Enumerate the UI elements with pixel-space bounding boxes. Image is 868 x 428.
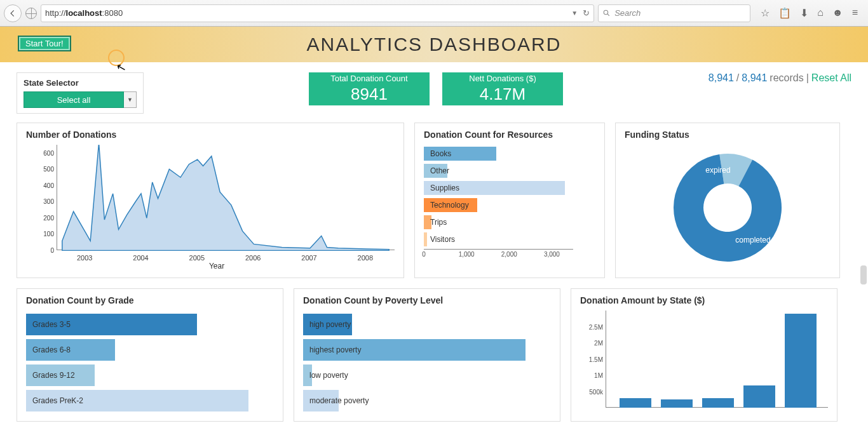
records-filtered: 8,941 — [709, 72, 734, 84]
bar-label: Other — [430, 166, 449, 175]
bar-label: Visitors — [430, 235, 455, 244]
bookmark-icon[interactable]: ☆ — [761, 7, 770, 19]
arrow-left-icon — [8, 9, 17, 18]
bar-label: Technology — [430, 201, 469, 210]
records-total: 8,941 — [742, 72, 767, 84]
panel-title: Number of Donations — [26, 130, 395, 140]
bar-label: high poverty — [309, 320, 351, 329]
state-bar-2[interactable] — [702, 398, 734, 408]
globe-icon — [25, 8, 37, 19]
start-tour-button[interactable]: Start Tour! — [18, 36, 71, 51]
panel-title: Donation Count for Resources — [424, 130, 595, 140]
page-header: Start Tour! ANALYTICS DASHBOARD — [0, 27, 868, 62]
nav-back-button[interactable] — [4, 4, 22, 22]
records-word: records — [770, 72, 803, 84]
bar-label: Grades 6-8 — [32, 345, 71, 354]
kpi-nett-value: 4.17M — [480, 84, 526, 104]
kpi-total-count-label: Total Donation Count — [330, 74, 407, 83]
kpi-nett-donations: Nett Donations ($) 4.17M — [442, 72, 563, 105]
bar-label: moderate poverty — [309, 396, 369, 405]
panel-funding-status: Funding Status expired completed — [615, 123, 840, 278]
url-bar[interactable]: http://localhost:8080 ▼ ↻ — [41, 4, 594, 22]
panel-donation-grade: Donation Count by Grade Grades 3-5Grades… — [17, 288, 283, 422]
state-bar-1[interactable] — [661, 399, 693, 408]
bar-visitors[interactable]: Visitors — [424, 232, 427, 246]
select-all-button[interactable]: Select all — [24, 91, 124, 108]
state-selector-label: State Selector — [24, 78, 137, 88]
bar-label: low poverty — [309, 371, 348, 380]
top-controls-row: State Selector Select all ▼ Total Donati… — [17, 72, 851, 114]
search-placeholder: Search — [614, 8, 641, 18]
bar-technology[interactable]: Technology — [424, 198, 477, 212]
browser-chrome: http://localhost:8080 ▼ ↻ Search ☆ 📋 ⬇ ⌂… — [0, 0, 868, 27]
browser-toolbar: ☆ 📋 ⬇ ⌂ ☻ ≡ — [754, 7, 864, 19]
bar-grades-3-5[interactable]: Grades 3-5 — [26, 314, 197, 335]
bar-label: Grades PreK-2 — [32, 396, 83, 405]
bar-other[interactable]: Other — [424, 164, 447, 178]
bar-label: Books — [430, 149, 451, 158]
bar-label: Supplies — [430, 184, 459, 192]
bar-label: highest poverty — [309, 345, 361, 354]
donut-label-completed: completed — [735, 236, 770, 244]
panel-title: Donation Count by Grade — [26, 295, 274, 305]
x-axis: 01,0002,0003,000 — [424, 249, 573, 260]
bar-label: Grades 3-5 — [32, 320, 71, 329]
kpi-total-count-value: 8941 — [351, 84, 388, 104]
panel-donation-poverty: Donation Count by Poverty Level high pov… — [294, 288, 560, 422]
area-path — [57, 145, 395, 251]
bar-trips[interactable]: Trips — [424, 215, 431, 229]
bar-high-poverty[interactable]: high poverty — [303, 314, 352, 335]
url-text: http://localhost:8080 — [45, 8, 123, 18]
downloads-icon[interactable]: ⬇ — [800, 7, 808, 19]
panel-title: Donation Amount by State ($) — [580, 295, 828, 305]
hbar-chart[interactable]: BooksOtherSuppliesTechnologyTripsVisitor… — [424, 145, 595, 248]
bar-grades-prek-2[interactable]: Grades PreK-2 — [26, 390, 248, 411]
panel-donation-resources: Donation Count for Resources BooksOtherS… — [414, 123, 605, 278]
panel-title: Funding Status — [625, 130, 831, 140]
scroll-indicator — [860, 265, 867, 284]
area-chart[interactable]: 0100200300400500600 20032004200520062007… — [39, 145, 395, 265]
svg-point-0 — [604, 10, 608, 15]
chat-icon[interactable]: ☻ — [832, 7, 843, 19]
reset-all-link[interactable]: Reset All — [811, 72, 851, 84]
bar-grades-6-8[interactable]: Grades 6-8 — [26, 339, 115, 361]
url-dropdown-icon[interactable]: ▼ — [571, 10, 578, 17]
home-icon[interactable]: ⌂ — [817, 7, 824, 19]
bar-label: Grades 9-12 — [32, 371, 75, 380]
menu-icon[interactable]: ≡ — [852, 7, 858, 19]
hbar-chart[interactable]: Grades 3-5Grades 6-8Grades 9-12Grades Pr… — [26, 312, 274, 413]
panel-number-of-donations: Number of Donations 0100200300400500600 … — [17, 123, 404, 278]
kpi-nett-label: Nett Donations ($) — [469, 74, 536, 83]
bar-moderate-poverty[interactable]: moderate poverty — [303, 390, 339, 411]
bar-grades-9-12[interactable]: Grades 9-12 — [26, 364, 95, 386]
bar-supplies[interactable]: Supplies — [424, 181, 565, 195]
search-icon — [602, 9, 611, 17]
hbar-chart[interactable]: high povertyhighest povertylow povertymo… — [303, 312, 551, 413]
bar-label: Trips — [430, 218, 447, 227]
clipboard-icon[interactable]: 📋 — [778, 7, 791, 19]
donut-label-expired: expired — [705, 166, 730, 175]
refresh-icon[interactable]: ↻ — [583, 8, 590, 18]
kpi-total-count: Total Donation Count 8941 — [309, 72, 430, 105]
panel-title: Donation Count by Poverty Level — [303, 295, 551, 305]
vbar-chart[interactable]: 500k1M1.5M2M2.5M — [580, 311, 828, 415]
state-bar-3[interactable] — [743, 385, 775, 408]
browser-search[interactable]: Search — [598, 4, 750, 22]
state-selector-dropdown[interactable]: ▼ — [124, 91, 137, 108]
panel-donation-state: Donation Amount by State ($) 500k1M1.5M2… — [571, 288, 837, 422]
bar-low-poverty[interactable]: low poverty — [303, 364, 312, 386]
y-axis: 0100200300400500600 — [35, 145, 54, 250]
page-title: ANALYTICS DASHBOARD — [307, 34, 562, 55]
bar-books[interactable]: Books — [424, 147, 496, 161]
state-bar-0[interactable] — [620, 398, 651, 408]
state-selector-card: State Selector Select all ▼ — [17, 72, 144, 114]
bar-highest-poverty[interactable]: highest poverty — [303, 339, 526, 361]
state-bar-4[interactable] — [785, 314, 817, 408]
records-summary: 8,941 / 8,941 records | Reset All — [709, 72, 851, 84]
donut-chart[interactable]: expired completed — [625, 145, 831, 268]
x-axis-label: Year — [209, 262, 224, 271]
